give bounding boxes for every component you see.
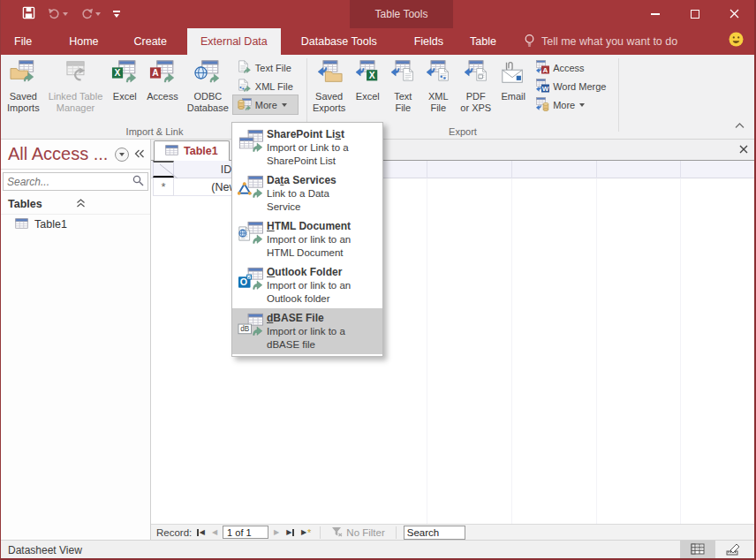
- svg-text:A: A: [152, 68, 159, 78]
- redo-icon: [80, 6, 94, 22]
- nav-pane-header: All Access ...: [1, 140, 150, 170]
- tab-database-tools[interactable]: Database Tools: [288, 28, 390, 55]
- export-xml-file-button[interactable]: XML File: [421, 57, 455, 122]
- menu-item-dbase-file[interactable]: dB dBASE File Import or link to adBASE f…: [232, 308, 382, 354]
- import-odbc-database-button[interactable]: ODBC Database: [184, 57, 232, 122]
- design-view-button[interactable]: [715, 541, 751, 560]
- new-blank-record-button[interactable]: ▶*: [299, 526, 313, 539]
- nav-pane-menu-button[interactable]: [115, 148, 129, 162]
- tab-fields[interactable]: Fields: [401, 28, 457, 55]
- menu-item-description: Import or link to anHTML Document: [267, 233, 381, 259]
- import-xml-file-button[interactable]: XML File: [233, 77, 298, 95]
- import-text-file-button[interactable]: Text File: [233, 58, 298, 77]
- grid-line: [596, 178, 597, 524]
- xml-file-icon: [238, 79, 252, 95]
- select-all-cell[interactable]: [153, 161, 174, 178]
- record-position-box[interactable]: 1 of 1: [223, 526, 268, 539]
- undo-icon: [48, 6, 61, 22]
- navigation-pane: All Access ... Tables Table1: [1, 140, 151, 540]
- access-export-icon: A: [535, 60, 549, 76]
- export-word-merge-button[interactable]: W Word Merge: [531, 77, 610, 95]
- separator: [320, 526, 321, 539]
- linked-table-manager-icon: [62, 59, 88, 91]
- datasheet-view-button[interactable]: [680, 541, 715, 560]
- status-view-label: Datasheet View: [1, 544, 680, 556]
- maximize-button[interactable]: [675, 0, 714, 28]
- search-icon: [132, 175, 144, 189]
- menu-item-data-services[interactable]: Data Services Link to a DataService: [232, 170, 382, 216]
- redo-dropdown-caret[interactable]: [95, 12, 101, 16]
- menu-item-description: Import or link to anOutlook folder: [267, 279, 381, 305]
- status-bar: Datasheet View: [1, 540, 754, 560]
- grid-line: [596, 161, 597, 178]
- menu-item-html-document[interactable]: HTML Document Import or link to anHTML D…: [232, 216, 382, 262]
- access-app-window: Table Tools File Home Create External Da…: [0, 0, 756, 560]
- smiley-icon: [729, 36, 744, 49]
- tell-me-box[interactable]: Tell me what you want to do: [515, 28, 686, 55]
- import-more-button[interactable]: More: [233, 95, 298, 114]
- text-file-export-icon: [389, 59, 416, 91]
- tab-external-data[interactable]: External Data: [187, 28, 281, 55]
- saved-exports-icon: [316, 59, 343, 91]
- close-icon: [730, 8, 739, 21]
- word-merge-icon: W: [535, 79, 549, 95]
- nav-search-box: [3, 172, 148, 191]
- export-access-button[interactable]: A Access: [531, 58, 610, 77]
- more-import-icon: [238, 97, 252, 113]
- collapse-ribbon-button[interactable]: [734, 118, 745, 132]
- close-document-button[interactable]: [739, 143, 748, 156]
- saved-imports-button[interactable]: Saved Imports: [4, 57, 43, 122]
- first-record-button[interactable]: ◀: [195, 526, 207, 539]
- close-button[interactable]: [714, 0, 754, 28]
- filter-icon: [331, 526, 343, 539]
- double-chevron-up-icon: [76, 198, 144, 210]
- nav-search-button[interactable]: [129, 175, 147, 189]
- import-access-button[interactable]: A Access: [143, 57, 181, 122]
- window-controls: [635, 0, 754, 28]
- undo-dropdown-caret[interactable]: [63, 12, 68, 16]
- feedback-smiley-button[interactable]: [729, 32, 744, 49]
- sharepoint-list-icon: [235, 128, 267, 155]
- no-filter-button[interactable]: No Filter: [328, 526, 388, 539]
- menu-item-title: SharePoint List: [267, 128, 381, 141]
- excel-export-icon: X: [354, 59, 381, 91]
- export-more-button[interactable]: More: [531, 95, 610, 114]
- saved-exports-button[interactable]: Saved Exports: [309, 57, 349, 122]
- datasheet-view-icon: [691, 543, 705, 557]
- export-email-button[interactable]: Email: [496, 57, 530, 122]
- new-record-selector[interactable]: *: [153, 178, 174, 196]
- export-text-file-button[interactable]: Text File: [386, 57, 420, 122]
- export-pdf-xps-button[interactable]: PDF or XPS: [457, 57, 495, 122]
- redo-button[interactable]: [80, 6, 101, 22]
- nav-group-tables[interactable]: Tables: [1, 193, 150, 215]
- record-label: Record:: [156, 527, 192, 538]
- tab-table[interactable]: Table: [457, 28, 510, 55]
- table-icon: [165, 145, 178, 158]
- nav-search-input[interactable]: [4, 176, 129, 188]
- minimize-icon: [651, 13, 660, 14]
- import-excel-button[interactable]: X Excel: [108, 57, 141, 122]
- record-navigation-bar: Record: ◀ ◀ 1 of 1 ▶ ▶ ▶* No Filter: [151, 524, 756, 540]
- previous-record-button[interactable]: ◀: [210, 526, 219, 539]
- text-file-icon: [238, 60, 252, 76]
- minimize-button[interactable]: [635, 0, 675, 28]
- menu-item-outlook-folder[interactable]: O Outlook Folder Import or link to anOut…: [232, 262, 382, 308]
- undo-button[interactable]: [48, 6, 68, 22]
- separator: [396, 526, 397, 539]
- last-record-button[interactable]: ▶: [284, 526, 296, 539]
- nav-item-table1[interactable]: Table1: [1, 215, 150, 234]
- menu-item-sharepoint-list[interactable]: SharePoint List Import or Link to aShare…: [232, 125, 382, 170]
- svg-text:X: X: [369, 71, 375, 80]
- tab-home[interactable]: Home: [56, 28, 111, 55]
- record-search-input[interactable]: [404, 526, 465, 540]
- export-excel-button[interactable]: X Excel: [351, 57, 384, 122]
- tab-file[interactable]: File: [1, 28, 45, 55]
- customize-quick-access-toolbar-button[interactable]: [113, 11, 120, 18]
- save-button[interactable]: [22, 6, 35, 22]
- tab-create[interactable]: Create: [121, 28, 181, 55]
- nav-pane-shutter-button[interactable]: [134, 148, 145, 161]
- document-tab-table1[interactable]: Table1: [154, 140, 230, 161]
- menu-item-title: Outlook Folder: [267, 266, 381, 279]
- next-record-button[interactable]: ▶: [272, 526, 281, 539]
- email-icon: [500, 59, 526, 91]
